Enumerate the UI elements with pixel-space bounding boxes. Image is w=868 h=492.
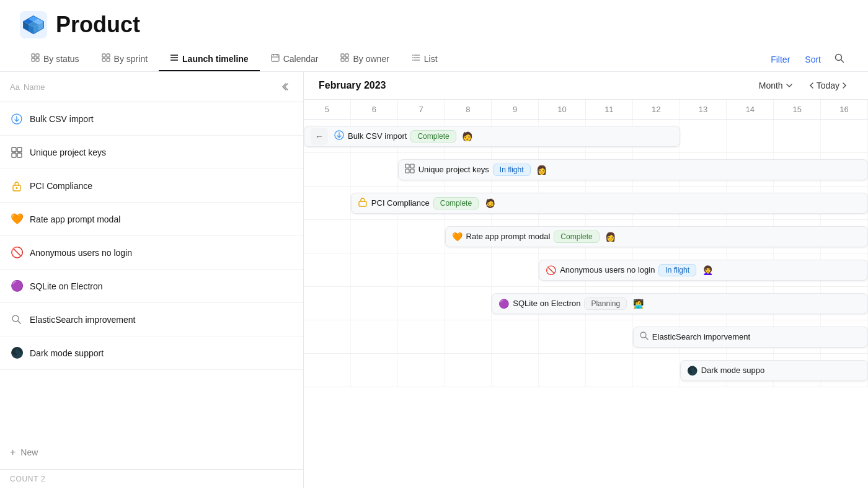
svg-point-32 — [412, 55, 414, 56]
sidebar-item-elasticsearch[interactable]: ElasticSearch improvement — [0, 303, 303, 336]
task-bar-rate-app[interactable]: 🧡Rate app prompt modalComplete👩 — [445, 226, 869, 247]
dark-mode-icon: 🌑 — [10, 346, 24, 360]
avatar-bulk-csv: 🧑 — [460, 129, 475, 144]
new-plus-icon: + — [10, 447, 16, 458]
gantt-row-pci-compliance[interactable]: PCI ComplianceComplete🧔 — [304, 187, 868, 220]
month-label: February 2023 — [319, 80, 386, 91]
task-icon-elasticsearch — [640, 332, 649, 342]
task-bar-unique-project-keys[interactable]: Unique project keysIn flight👩 — [398, 159, 868, 180]
task-name-pci-compliance: PCI Compliance — [371, 198, 430, 208]
new-label: New — [20, 447, 38, 457]
date-cell-6: 6 — [351, 100, 398, 119]
list-icon — [412, 53, 420, 64]
timeline-area: February 2023 Month Today 56789101112131… — [304, 72, 868, 488]
date-cell-5: 5 — [304, 100, 351, 119]
svg-rect-51 — [359, 201, 366, 206]
gantt-row-rate-app[interactable]: 🧡Rate app prompt modalComplete👩 — [304, 220, 868, 253]
gantt-row-sqlite[interactable]: 🟣SQLite on ElectronPlanning🧑‍💻 — [304, 287, 868, 320]
date-cell-10: 10 — [539, 100, 586, 119]
sidebar-rows: Bulk CSV import Unique project keys PCI … — [0, 102, 303, 436]
sidebar-collapse-button[interactable] — [276, 78, 293, 95]
date-cell-11: 11 — [586, 100, 633, 119]
calendar-icon — [271, 53, 280, 64]
sqlite-icon: 🟣 — [10, 279, 24, 293]
sidebar-item-pci-compliance[interactable]: PCI Compliance — [0, 169, 303, 203]
tab-by-owner[interactable]: By owner — [329, 47, 400, 71]
tab-by-sprint-label: By sprint — [114, 54, 148, 64]
status-badge-anon-users: In flight — [658, 264, 696, 276]
task-bar-elasticsearch[interactable]: ElasticSearch imporvement — [633, 327, 868, 348]
task-bar-dark-mode[interactable]: 🌑Dark mode suppo — [680, 360, 868, 381]
date-cell-15: 15 — [774, 100, 821, 119]
tab-list[interactable]: List — [401, 47, 449, 71]
sidebar-item-rate-app[interactable]: 🧡 Rate app prompt modal — [0, 203, 303, 236]
new-item-button[interactable]: + New — [0, 436, 303, 469]
svg-rect-40 — [12, 153, 16, 157]
tab-launch-timeline[interactable]: Launch timeline — [159, 47, 260, 71]
unique-project-keys-icon — [10, 146, 24, 159]
back-arrow-button[interactable]: ← — [311, 128, 328, 145]
svg-rect-15 — [107, 54, 110, 57]
rate-app-label: Rate app prompt modal — [30, 214, 120, 224]
svg-rect-26 — [345, 54, 348, 57]
sidebar-item-sqlite[interactable]: 🟣 SQLite on Electron — [0, 270, 303, 303]
task-name-elasticsearch: ElasticSearch imporvement — [652, 332, 750, 341]
month-selector-label: Month — [759, 81, 783, 90]
sidebar-item-bulk-csv[interactable]: Bulk CSV import — [0, 102, 303, 136]
task-name-rate-app: Rate app prompt modal — [466, 232, 551, 241]
sort-button[interactable]: Sort — [800, 52, 826, 67]
gantt-row-anon-users[interactable]: 🚫Anonymous users no loginIn flight👩‍🦱 — [304, 253, 868, 287]
tab-calendar-label: Calendar — [283, 54, 319, 64]
tab-list-label: List — [424, 54, 438, 64]
tabs-bar: By status By sprint Launch timeline Cale… — [0, 47, 868, 72]
tab-calendar[interactable]: Calendar — [260, 47, 330, 71]
by-owner-icon — [340, 53, 349, 64]
task-name-unique-project-keys: Unique project keys — [418, 165, 489, 174]
task-bar-anon-users[interactable]: 🚫Anonymous users no loginIn flight👩‍🦱 — [539, 260, 868, 281]
status-badge-pci-compliance: Complete — [433, 197, 479, 209]
svg-rect-50 — [410, 169, 414, 173]
unique-project-keys-label: Unique project keys — [30, 147, 106, 157]
task-bar-bulk-csv[interactable]: ←Bulk CSV importComplete🧑 — [304, 126, 680, 147]
status-badge-rate-app: Complete — [554, 231, 599, 243]
app-logo-icon — [20, 11, 47, 38]
tab-by-owner-label: By owner — [353, 54, 389, 64]
by-sprint-icon — [102, 53, 110, 64]
svg-rect-14 — [102, 54, 105, 57]
date-cell-7: 7 — [398, 100, 445, 119]
gantt-row-bulk-csv[interactable]: ←Bulk CSV importComplete🧑 — [304, 120, 868, 153]
svg-rect-25 — [341, 54, 344, 57]
anon-users-icon: 🚫 — [10, 246, 24, 260]
task-icon-sqlite: 🟣 — [498, 299, 509, 309]
gantt-row-unique-project-keys[interactable]: Unique project keysIn flight👩 — [304, 153, 868, 187]
svg-rect-21 — [272, 55, 279, 61]
chevron-left-icon — [808, 82, 815, 89]
gantt-row-elasticsearch[interactable]: ElasticSearch imporvement — [304, 320, 868, 354]
task-icon-dark-mode: 🌑 — [687, 366, 698, 376]
svg-rect-28 — [345, 58, 348, 61]
today-nav[interactable]: Today — [803, 78, 853, 93]
elasticsearch-label: ElasticSearch improvement — [30, 315, 135, 325]
avatar-pci-compliance: 🧔 — [482, 196, 497, 211]
svg-rect-27 — [341, 58, 344, 61]
tab-by-status[interactable]: By status — [20, 47, 91, 71]
svg-rect-16 — [102, 58, 105, 61]
gantt-row-dark-mode[interactable]: 🌑Dark mode suppo — [304, 354, 868, 387]
svg-rect-41 — [17, 153, 22, 157]
sidebar-item-dark-mode[interactable]: 🌑 Dark mode support — [0, 336, 303, 370]
date-cell-14: 14 — [727, 100, 774, 119]
svg-rect-10 — [32, 54, 35, 57]
sidebar-footer: COUNT 2 — [0, 469, 303, 488]
task-bar-sqlite[interactable]: 🟣SQLite on ElectronPlanning🧑‍💻 — [492, 293, 868, 314]
chevron-right-icon — [841, 82, 848, 89]
sidebar-item-unique-project-keys[interactable]: Unique project keys — [0, 136, 303, 169]
filter-button[interactable]: Filter — [766, 52, 795, 67]
search-button[interactable] — [831, 51, 848, 68]
sidebar-item-anon-users[interactable]: 🚫 Anonymous users no login — [0, 236, 303, 270]
task-bar-pci-compliance[interactable]: PCI ComplianceComplete🧔 — [351, 193, 868, 214]
task-name-dark-mode: Dark mode suppo — [701, 366, 765, 375]
aa-label: Aa — [10, 82, 20, 92]
svg-rect-11 — [36, 54, 39, 57]
tab-by-sprint[interactable]: By sprint — [91, 47, 159, 71]
month-selector[interactable]: Month — [754, 78, 798, 93]
